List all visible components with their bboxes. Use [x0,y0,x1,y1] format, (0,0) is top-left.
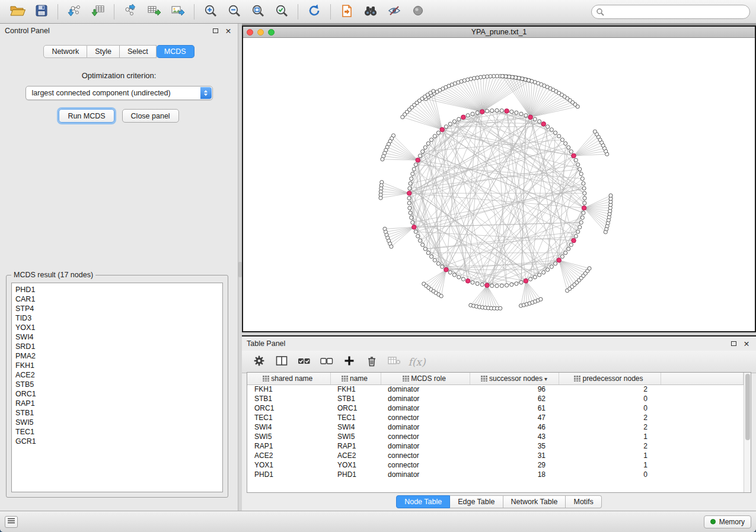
cell-name[interactable]: PHD1 [330,470,381,479]
tab-node-table[interactable]: Node Table [396,495,450,508]
tab-network-table[interactable]: Network Table [503,495,566,508]
column-header-predecessor-nodes[interactable]: predecessor nodes [559,373,661,384]
cell-shared-name[interactable]: PHD1 [247,470,330,479]
status-menu-button[interactable] [5,516,18,528]
mcds-result-item[interactable]: SWI5 [15,418,222,427]
mcds-result-item[interactable]: TID3 [15,313,222,323]
cell-name[interactable]: FKH1 [330,384,381,394]
network-canvas[interactable] [243,38,755,331]
mcds-result-item[interactable]: PMA2 [15,351,222,361]
cell-successor-nodes[interactable]: 18 [470,470,559,479]
cell-name[interactable]: ACE2 [330,451,381,460]
cell-predecessor-nodes[interactable]: 2 [559,384,661,394]
cell-name[interactable]: ORC1 [330,403,381,413]
cell-predecessor-nodes[interactable]: 0 [559,403,661,413]
cell-mcds-role[interactable]: dominator [381,422,470,432]
cell-mcds-role[interactable]: dominator [381,470,470,479]
cell-predecessor-nodes[interactable]: 1 [559,460,661,470]
cell-shared-name[interactable]: RAP1 [247,441,330,451]
mcds-result-item[interactable]: CAR1 [15,294,222,304]
tab-motifs[interactable]: Motifs [566,495,601,508]
save-session-button[interactable] [30,2,53,21]
add-column-button[interactable] [339,353,359,371]
mcds-result-item[interactable]: FKH1 [15,361,222,370]
mcds-result-item[interactable]: SWI4 [15,332,222,342]
delete-column-button[interactable] [362,353,382,371]
zoom-fit-button[interactable] [246,2,270,21]
cell-successor-nodes[interactable]: 96 [470,384,559,394]
scrollbar-thumb[interactable] [745,374,750,440]
mcds-result-item[interactable]: GCR1 [15,437,222,446]
cell-mcds-role[interactable]: connector [381,451,470,460]
tab-edge-table[interactable]: Edge Table [450,495,503,508]
cell-mcds-role[interactable]: dominator [381,394,470,403]
table-row[interactable]: FKH1FKH1dominator962 [247,384,744,394]
table-row[interactable]: RAP1RAP1dominator352 [247,441,744,451]
column-header-name[interactable]: name [330,373,381,384]
cell-successor-nodes[interactable]: 35 [470,441,559,451]
cell-predecessor-nodes[interactable]: 0 [559,394,661,403]
float-panel-icon[interactable] [729,339,738,348]
optimization-dropdown[interactable]: largest connected component (undirected) [25,86,213,100]
close-panel-icon[interactable]: ✕ [224,26,233,36]
mcds-result-item[interactable]: TEC1 [15,427,222,437]
cell-mcds-role[interactable]: connector [381,413,470,422]
cell-name[interactable]: STB1 [330,394,381,403]
birdseye-button[interactable] [406,2,430,21]
tab-select[interactable]: Select [120,45,157,58]
cell-successor-nodes[interactable]: 61 [470,403,559,413]
mcds-result-list[interactable]: PHD1CAR1STP4TID3YOX1SWI4SRD1PMA2FKH1ACE2… [11,283,223,492]
cell-predecessor-nodes[interactable]: 1 [559,451,661,460]
table-row[interactable]: SWI4SWI4dominator462 [247,422,744,432]
import-network-button[interactable] [62,2,86,21]
apply-layout-button[interactable] [302,2,326,21]
cell-shared-name[interactable]: YOX1 [247,460,330,470]
export-web-button[interactable] [335,2,359,21]
close-panel-button[interactable]: Close panel [122,109,179,123]
cell-shared-name[interactable]: ACE2 [247,451,330,460]
cell-predecessor-nodes[interactable]: 0 [559,470,661,479]
column-header-mcds-role[interactable]: MCDS role [381,373,470,384]
mcds-result-item[interactable]: STB1 [15,408,222,418]
cell-predecessor-nodes[interactable]: 2 [559,413,661,422]
mcds-result-item[interactable]: STP4 [15,304,222,313]
cell-shared-name[interactable]: SWI4 [247,422,330,432]
cell-predecessor-nodes[interactable]: 2 [559,422,661,432]
mcds-result-item[interactable]: RAP1 [15,399,222,408]
mcds-result-item[interactable]: ACE2 [15,370,222,380]
mcds-result-item[interactable]: PHD1 [15,285,222,294]
network-search-button[interactable] [359,2,382,21]
close-panel-icon[interactable]: ✕ [742,339,751,348]
cell-name[interactable]: YOX1 [330,460,381,470]
column-header-successor-nodes[interactable]: successor nodes▾ [470,373,559,384]
search-input[interactable] [591,5,750,19]
cell-successor-nodes[interactable]: 47 [470,413,559,422]
table-row[interactable]: ACE2ACE2connector311 [247,451,744,460]
tab-mcds[interactable]: MCDS [157,45,194,58]
table-row[interactable]: SWI5SWI5connector431 [247,432,744,441]
cell-name[interactable]: RAP1 [330,441,381,451]
unselect-all-button[interactable] [317,353,337,371]
tab-network[interactable]: Network [43,45,87,58]
cell-shared-name[interactable]: STB1 [247,394,330,403]
cell-mcds-role[interactable]: dominator [381,441,470,451]
cell-successor-nodes[interactable]: 31 [470,451,559,460]
export-network-button[interactable] [119,2,142,21]
zoom-in-button[interactable] [199,2,222,21]
mcds-result-item[interactable]: SRD1 [15,342,222,351]
table-scrollbar[interactable] [744,373,751,492]
cell-successor-nodes[interactable]: 62 [470,394,559,403]
cell-mcds-role[interactable]: connector [381,432,470,441]
zoom-selected-button[interactable] [270,2,294,21]
table-row[interactable]: ORC1ORC1dominator610 [247,403,744,413]
tab-style[interactable]: Style [87,45,120,58]
export-table-button[interactable] [142,2,166,21]
cell-predecessor-nodes[interactable]: 1 [559,432,661,441]
export-image-button[interactable] [166,2,190,21]
hide-details-button[interactable] [382,2,406,21]
cell-shared-name[interactable]: FKH1 [247,384,330,394]
cell-predecessor-nodes[interactable]: 2 [559,441,661,451]
cell-name[interactable]: SWI4 [330,422,381,432]
cell-mcds-role[interactable]: dominator [381,403,470,413]
mcds-result-item[interactable]: YOX1 [15,323,222,332]
